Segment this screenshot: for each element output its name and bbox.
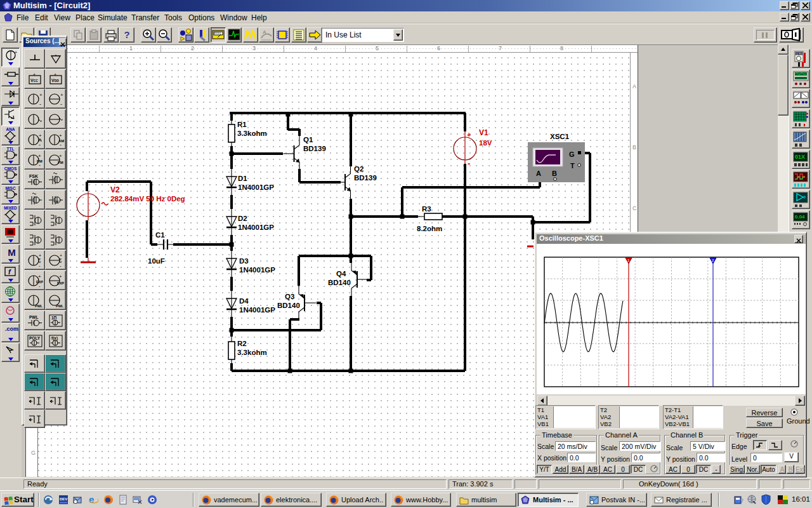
svg-text:-: - <box>39 263 41 268</box>
svg-text:-: - <box>39 101 41 107</box>
svg-text:BD140: BD140 <box>277 302 300 309</box>
svg-text:R1: R1 <box>237 121 247 128</box>
svg-text:+: + <box>39 253 41 258</box>
svg-text:D4: D4 <box>239 297 249 305</box>
svg-text:-: - <box>60 101 62 107</box>
svg-text:C1: C1 <box>155 231 165 239</box>
svg-text:PWL: PWL <box>29 315 38 319</box>
svg-text:PWL: PWL <box>35 304 43 308</box>
svg-text:+: + <box>60 253 62 258</box>
svg-text:+: + <box>54 72 56 77</box>
svg-text:V2: V2 <box>110 185 120 194</box>
svg-text:XSC1: XSC1 <box>550 133 570 140</box>
svg-text:EXP: EXP <box>57 281 64 285</box>
svg-text:FSK: FSK <box>29 174 38 178</box>
svg-text:POLY: POLY <box>29 336 41 340</box>
svg-text:+: + <box>60 92 63 98</box>
svg-text:V1: V1 <box>479 128 488 137</box>
svg-text:1N4001GP: 1N4001GP <box>239 266 275 274</box>
svg-text:+: + <box>38 274 41 279</box>
svg-text:G: G <box>569 150 575 158</box>
svg-text:VDD: VDD <box>51 78 59 83</box>
svg-text:3.3kohm: 3.3kohm <box>237 349 267 356</box>
svg-text:+: + <box>59 274 62 279</box>
svg-text:Q4: Q4 <box>336 270 346 277</box>
svg-text:+: + <box>39 133 42 138</box>
svg-text:D3: D3 <box>239 257 249 265</box>
svg-text:R2: R2 <box>237 340 247 347</box>
svg-text:D2: D2 <box>238 215 247 222</box>
svg-text:Q3: Q3 <box>285 293 294 300</box>
svg-text:0.04: 0.04 <box>795 214 805 220</box>
svg-text:3.3kohm: 3.3kohm <box>237 130 267 137</box>
svg-text:1Π: 1Π <box>51 316 57 320</box>
svg-text:01X: 01X <box>795 154 805 160</box>
svg-text:+: + <box>15 50 17 55</box>
svg-text:Q1: Q1 <box>303 136 313 144</box>
svg-text:8.2ohm: 8.2ohm <box>417 225 442 232</box>
svg-text:+: + <box>38 153 41 159</box>
svg-text:-: - <box>39 283 41 288</box>
svg-text:A: A <box>536 170 541 177</box>
svg-text:+: + <box>467 131 471 138</box>
svg-text:PWL: PWL <box>56 304 64 308</box>
svg-text:-: - <box>468 159 470 168</box>
svg-text:-: - <box>39 162 41 168</box>
svg-text:1N4001GP: 1N4001GP <box>238 184 274 191</box>
svg-text:BD140: BD140 <box>328 279 351 286</box>
svg-text:+: + <box>59 133 62 138</box>
svg-text:VCC: VCC <box>30 78 38 83</box>
svg-text:D1: D1 <box>238 175 247 182</box>
svg-text:18V: 18V <box>479 139 492 147</box>
svg-text:BD139: BD139 <box>354 174 377 182</box>
svg-text:282.84mV 50 Hz 0Deg: 282.84mV 50 Hz 0Deg <box>110 195 185 203</box>
svg-text:BD139: BD139 <box>303 145 326 152</box>
svg-text:-: - <box>60 142 62 147</box>
svg-text:T: T <box>570 162 575 170</box>
svg-text:DEV: DEV <box>60 497 67 501</box>
svg-text:-: - <box>60 263 62 268</box>
svg-text:f: f <box>8 268 11 276</box>
svg-text:-: - <box>39 142 41 147</box>
svg-text:10uF: 10uF <box>148 257 165 265</box>
svg-text:+: + <box>39 92 43 98</box>
svg-text:A: A <box>263 29 266 35</box>
svg-text:1.71: 1.71 <box>796 53 802 56</box>
svg-text:1N4001GP: 1N4001GP <box>239 306 275 314</box>
svg-text:Q2: Q2 <box>354 165 363 173</box>
svg-text:1N4001GP: 1N4001GP <box>238 224 274 231</box>
svg-text:FM: FM <box>58 161 63 164</box>
svg-text:+: + <box>33 72 36 77</box>
svg-text:+: + <box>59 153 62 159</box>
svg-text:B: B <box>552 170 557 177</box>
svg-text:R3: R3 <box>422 205 431 213</box>
